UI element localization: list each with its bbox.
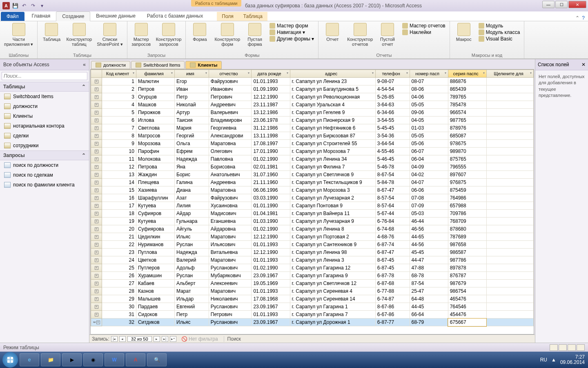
cell[interactable]: 6-74-87: [375, 295, 410, 303]
nav-table-item[interactable]: Switchboard Items: [0, 92, 89, 101]
column-header[interactable]: отчество▾: [209, 70, 252, 78]
cell[interactable]: г. Сарапул ул Гагарина 12: [290, 264, 375, 272]
table-row[interactable]: +10ПарофинЕфремОлегович17.01.1990г. Сара…: [91, 148, 534, 155]
cell[interactable]: Пардаев: [136, 303, 174, 311]
cell[interactable]: Андреевич: [209, 101, 252, 109]
cell[interactable]: Азат: [175, 194, 209, 202]
cell[interactable]: Мадисович: [209, 210, 252, 218]
tray-lang[interactable]: RU: [540, 357, 547, 363]
cell[interactable]: Суфиярова: [136, 225, 174, 233]
cell[interactable]: Кутуева: [136, 202, 174, 210]
cell[interactable]: 46-44: [410, 218, 448, 225]
ribbon-button[interactable]: Мастерзапросов: [131, 23, 151, 47]
cell[interactable]: 7: [102, 124, 136, 132]
cell[interactable]: 30: [102, 303, 136, 311]
cell[interactable]: г. Сарапул ул Сиреневая 14: [290, 295, 375, 303]
cell[interactable]: Ольга: [175, 140, 209, 148]
nav-table-item[interactable]: Клиенты: [0, 111, 89, 121]
cell[interactable]: 976875: [448, 179, 486, 186]
cell[interactable]: 6-74-68: [375, 225, 410, 233]
doc-tab[interactable]: должности: [91, 61, 130, 69]
cell[interactable]: 12.12.1990: [252, 249, 290, 256]
cell[interactable]: 22: [102, 241, 136, 249]
ribbon-stack-item[interactable]: Visual Basic: [479, 36, 520, 42]
cell[interactable]: 897607: [448, 171, 486, 179]
cell[interactable]: 87-54: [410, 280, 448, 287]
cell[interactable]: 657988: [448, 202, 486, 210]
context-tab[interactable]: Таблица: [238, 12, 267, 21]
table-row[interactable]: +8МатросовГеоргийАлександрови13.11.1998г…: [91, 132, 534, 140]
cell[interactable]: 06-04: [410, 155, 448, 163]
cell[interactable]: 47-88: [410, 264, 448, 272]
cell[interactable]: г. Сарапул ул Ленина 8: [290, 225, 375, 233]
cell[interactable]: 01.01.1993: [252, 241, 290, 249]
cell[interactable]: Иглова: [136, 117, 174, 124]
cell[interactable]: Машков: [136, 101, 174, 109]
ribbon-button[interactable]: Макрос: [454, 23, 474, 42]
table-row[interactable]: +23ПутловаНадеждаВитальевна12.12.1990г. …: [91, 249, 534, 256]
cell[interactable]: 46-56: [410, 225, 448, 233]
ribbon-stack-item[interactable]: Мастер форм: [270, 23, 314, 29]
view-chart-icon[interactable]: [577, 344, 585, 351]
nav-search-label[interactable]: Поиск: [224, 336, 241, 342]
table-row[interactable]: +9МорозоваОльгаМаратовна17.08.1997г. Сар…: [91, 140, 534, 148]
cell[interactable]: Петров: [136, 85, 174, 93]
cell[interactable]: Морозова: [136, 140, 174, 148]
cell[interactable]: Петрович: [209, 93, 252, 101]
cell[interactable]: Маратович: [209, 233, 252, 241]
app-icon[interactable]: A: [2, 2, 10, 9]
ribbon-button[interactable]: Пустаяформа: [245, 23, 265, 47]
taskbar-word-icon[interactable]: W: [105, 353, 124, 366]
cell[interactable]: 44-56: [410, 241, 448, 249]
cell[interactable]: 07-09: [410, 202, 448, 210]
cell[interactable]: г. Сарапул ул Сиреневая 4: [290, 287, 375, 295]
cell[interactable]: 3-64-54: [375, 140, 410, 148]
cell[interactable]: 8: [102, 132, 136, 140]
cell[interactable]: Галина: [175, 179, 209, 186]
cell[interactable]: г. Сарапул ул Гегелев 9: [290, 109, 375, 117]
cell[interactable]: г. Сарапул ул Пионерская 9: [290, 117, 375, 124]
table-row[interactable]: +20СуфияроваАйгульАйдаровна01.02.1990г. …: [91, 225, 534, 233]
qat-more-icon[interactable]: ▾: [38, 2, 46, 9]
cell[interactable]: Ситдиков: [136, 319, 174, 326]
cell[interactable]: 6-87-74: [375, 241, 410, 249]
cell[interactable]: 685087: [448, 132, 486, 140]
ribbon-button[interactable]: Частиприложения ▾: [4, 23, 33, 47]
cell[interactable]: Путлеров: [136, 264, 174, 272]
cell[interactable]: Петрова: [136, 163, 174, 171]
column-header[interactable]: серия паспс▾: [448, 70, 486, 78]
cell[interactable]: 865439: [448, 85, 486, 93]
cell[interactable]: 8-67-86: [375, 303, 410, 311]
cell[interactable]: 796555: [448, 163, 486, 171]
cell[interactable]: Ильяс: [175, 319, 209, 326]
cell[interactable]: 3-54-36: [375, 132, 410, 140]
cell[interactable]: 09-06: [410, 109, 448, 117]
cell[interactable]: 768709: [448, 218, 486, 225]
cell[interactable]: 6-87-78: [375, 272, 410, 280]
cell[interactable]: 10: [102, 148, 136, 155]
cell[interactable]: 2: [102, 85, 136, 93]
ribbon-stack-item[interactable]: Модуль: [479, 23, 520, 29]
cell[interactable]: 6-77-88: [375, 287, 410, 295]
cell[interactable]: Артур: [175, 109, 209, 117]
cell[interactable]: Борис: [175, 171, 209, 179]
cell[interactable]: Николай: [175, 101, 209, 109]
nav-cat-queries[interactable]: Запросы⌃: [0, 150, 89, 160]
cell[interactable]: 986587: [448, 249, 486, 256]
tray-clock[interactable]: 7:27 09.06.2014: [560, 355, 585, 365]
table-row[interactable]: +16ШарафуллинАзатФайрузович03.03.1990г. …: [91, 194, 534, 202]
nav-query-item[interactable]: поиск по фамилии клиента: [0, 180, 89, 190]
cell[interactable]: 31.12.1986: [252, 124, 290, 132]
cell[interactable]: 9: [102, 140, 136, 148]
cell[interactable]: 986754: [448, 287, 486, 295]
ribbon-button[interactable]: Пустойотчет: [378, 23, 397, 47]
cell[interactable]: 987786: [448, 256, 486, 264]
column-header[interactable]: фамилия▾: [136, 70, 174, 78]
cell[interactable]: Витальевна: [209, 249, 252, 256]
cell[interactable]: 01.02.1990: [252, 225, 290, 233]
cell[interactable]: г. Сарапул ул Текстильщиков 9: [290, 179, 375, 186]
column-header[interactable]: Щелкните для▾: [486, 70, 533, 78]
ribbon-tab[interactable]: Главная: [26, 11, 56, 21]
taskbar-media-icon[interactable]: ▶: [62, 353, 82, 366]
cell[interactable]: г. Сарапул ул Лучезарная 2: [290, 194, 375, 202]
